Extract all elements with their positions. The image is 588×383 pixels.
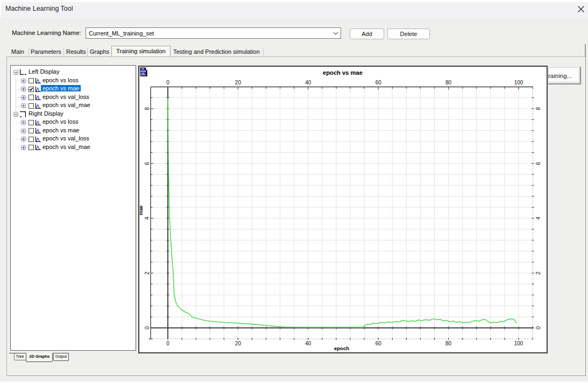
svg-text:40: 40 bbox=[305, 80, 311, 86]
svg-text:6: 6 bbox=[535, 162, 541, 165]
svg-text:80: 80 bbox=[445, 80, 452, 86]
svg-text:0: 0 bbox=[166, 341, 169, 346]
svg-text:40: 40 bbox=[305, 341, 311, 346]
svg-text:60: 60 bbox=[376, 80, 382, 86]
svg-text:6: 6 bbox=[144, 162, 150, 165]
svg-text:0: 0 bbox=[144, 326, 150, 329]
svg-text:4: 4 bbox=[535, 216, 541, 219]
svg-text:20: 20 bbox=[235, 80, 242, 86]
svg-text:100: 100 bbox=[514, 341, 523, 346]
svg-text:80: 80 bbox=[445, 341, 452, 346]
svg-text:60: 60 bbox=[376, 341, 382, 346]
svg-text:2: 2 bbox=[144, 271, 150, 274]
svg-text:100: 100 bbox=[514, 80, 523, 86]
svg-text:epoch: epoch bbox=[334, 345, 349, 351]
svg-text:0: 0 bbox=[166, 80, 169, 86]
svg-text:4: 4 bbox=[144, 216, 150, 219]
svg-text:2: 2 bbox=[535, 271, 541, 274]
svg-text:8: 8 bbox=[144, 107, 150, 110]
svg-text:8: 8 bbox=[535, 107, 541, 110]
svg-text:epoch vs mae: epoch vs mae bbox=[323, 69, 363, 76]
svg-text:mae: mae bbox=[139, 205, 144, 215]
svg-text:20: 20 bbox=[235, 341, 242, 346]
svg-text:0: 0 bbox=[535, 326, 541, 329]
